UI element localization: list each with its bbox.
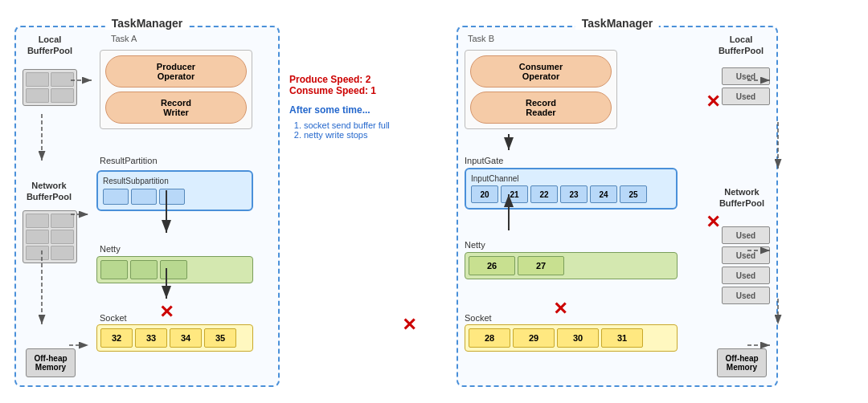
right-local-x: ✕	[706, 92, 720, 112]
left-task-label: Task A	[111, 34, 137, 43]
after-item-2: netty write stops	[304, 130, 442, 140]
subpartition-cell	[103, 189, 129, 205]
right-offheap-box: Off-heapMemory	[717, 348, 767, 377]
socket-cell-31: 31	[601, 328, 643, 348]
left-task-box: ProducerOperator RecordWriter	[100, 50, 252, 129]
ic-25: 25	[620, 185, 647, 203]
bp-cell	[26, 72, 49, 87]
inputgate-label: InputGate	[465, 156, 503, 165]
bp-cell	[26, 214, 49, 228]
ic-22: 22	[530, 185, 558, 203]
produce-speed: Produce Speed: 2	[289, 74, 442, 85]
left-network-bp-label: NetworkBufferPool	[19, 180, 79, 203]
subpartition-row	[103, 189, 247, 205]
middle-section: Produce Speed: 2 Consume Speed: 1 After …	[289, 74, 442, 140]
used-box-5: Used	[722, 267, 770, 284]
bp-cell	[51, 214, 74, 228]
inputgate-box: InputChannel 20 21 22 23 24 25	[465, 168, 678, 210]
socket-cell-30: 30	[557, 328, 599, 348]
after-info: After some time... socket send buffer fu…	[289, 104, 442, 140]
ic-21: 21	[501, 185, 528, 203]
left-network-bp-grid	[23, 210, 77, 263]
inputchannel-label: InputChannel	[471, 174, 671, 183]
socket-cell-34: 34	[170, 328, 202, 348]
right-task-label: Task B	[468, 34, 494, 43]
result-subpartition-box: ResultSubpartition	[96, 170, 253, 211]
left-local-bp-grid	[23, 69, 77, 106]
result-partition-label: ResultPartition	[100, 156, 158, 165]
bp-cell	[51, 246, 74, 260]
right-socket-box: 28 29 30 31	[465, 324, 678, 352]
right-network-x: ✕	[706, 212, 720, 233]
bp-cell	[51, 230, 74, 244]
result-subpartition-label: ResultSubpartition	[103, 177, 247, 185]
used-box-1: Used	[722, 67, 770, 85]
speed-info: Produce Speed: 2 Consume Speed: 1	[289, 74, 442, 96]
consume-speed: Consume Speed: 1	[289, 85, 442, 96]
used-box-4: Used	[722, 246, 770, 264]
bp-cell	[26, 230, 49, 244]
netty-cell	[160, 260, 187, 279]
ic-24: 24	[590, 185, 617, 203]
left-socket-label: Socket	[100, 313, 127, 323]
after-item-1: socket send buffer full	[304, 120, 442, 130]
right-task-box: ConsumerOperator RecordReader	[465, 50, 617, 129]
used-box-2: Used	[722, 88, 770, 105]
socket-cell-33: 33	[135, 328, 167, 348]
netty-cell-27: 27	[518, 256, 564, 275]
left-socket-x: ✕	[159, 302, 174, 323]
right-network-bp-used: Used Used Used Used	[722, 226, 770, 304]
diagram-wrapper: TaskManager LocalBufferPool NetworkBuffe…	[8, 10, 860, 393]
subpartition-cell	[159, 189, 185, 205]
right-tm-label: TaskManager	[575, 17, 659, 30]
netty-cell	[100, 260, 128, 279]
consumer-operator: ConsumerOperator	[470, 55, 612, 88]
right-taskmanager: TaskManager Task B ConsumerOperator Reco…	[457, 26, 778, 387]
right-netty-box: 26 27	[465, 252, 678, 279]
left-netty-label: Netty	[100, 244, 121, 254]
socket-cell-32: 32	[100, 328, 133, 348]
left-socket-box: 32 33 34 35	[96, 324, 253, 352]
netty-cell	[130, 260, 158, 279]
record-writer: RecordWriter	[105, 92, 247, 124]
bp-cell	[51, 88, 74, 103]
right-network-bp-label: NetworkBufferPool	[710, 186, 773, 210]
socket-cell-29: 29	[513, 328, 555, 348]
left-tm-label: TaskManager	[105, 17, 189, 30]
ic-23: 23	[560, 185, 588, 203]
inputchannel-row: 20 21 22 23 24 25	[471, 185, 671, 203]
left-offheap-box: Off-heapMemory	[26, 348, 76, 377]
right-socket-x: ✕	[553, 299, 567, 320]
right-netty-label: Netty	[465, 240, 485, 250]
right-local-bp-used: Used Used	[722, 67, 770, 105]
after-title: After some time...	[289, 104, 442, 116]
bp-cell	[51, 72, 74, 87]
left-taskmanager: TaskManager LocalBufferPool NetworkBuffe…	[14, 26, 280, 387]
producer-operator: ProducerOperator	[105, 55, 247, 88]
right-local-bp-label: LocalBufferPool	[712, 34, 770, 57]
record-reader: RecordReader	[470, 92, 612, 124]
right-socket-label: Socket	[465, 313, 492, 323]
ic-20: 20	[471, 185, 498, 203]
netty-cell-26: 26	[469, 256, 515, 275]
used-box-3: Used	[722, 226, 770, 244]
used-box-6: Used	[722, 287, 770, 304]
socket-cell-35: 35	[204, 328, 236, 348]
middle-x: ✕	[402, 315, 416, 336]
bp-cell	[26, 88, 49, 103]
left-netty-box	[96, 256, 253, 283]
socket-cell-28: 28	[469, 328, 510, 348]
left-local-bp-label: LocalBufferPool	[23, 34, 77, 57]
subpartition-cell	[131, 189, 157, 205]
bp-cell	[26, 246, 49, 260]
